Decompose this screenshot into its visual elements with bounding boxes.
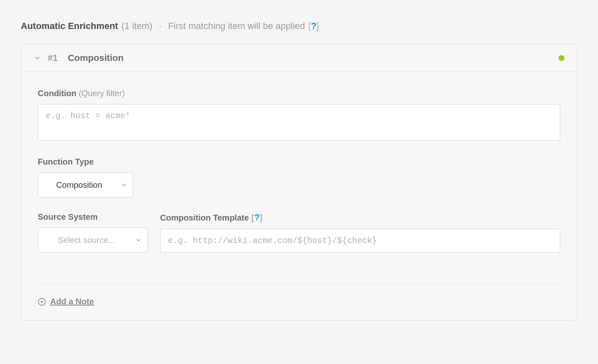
- enrichment-item-panel: #1 Composition Condition (Query filter) …: [21, 44, 577, 320]
- plus-circle-icon: [38, 298, 46, 306]
- source-system-label: Source System: [38, 212, 148, 222]
- help-icon: ?: [254, 212, 260, 223]
- source-system-field-group: Source System Select source...: [38, 212, 148, 252]
- item-index: #1: [48, 53, 58, 63]
- condition-field-group: Condition (Query filter): [38, 89, 560, 142]
- condition-label-text: Condition: [38, 89, 76, 98]
- source-system-select[interactable]: Select source...: [38, 228, 148, 252]
- function-type-label: Function Type: [38, 157, 560, 167]
- function-type-select[interactable]: Composition: [38, 172, 133, 197]
- status-indicator: [559, 55, 564, 61]
- source-and-template-row: Source System Select source... Compositi…: [38, 212, 560, 267]
- source-system-select-wrap: Select source...: [38, 228, 148, 252]
- bracket-close: ]: [316, 21, 319, 31]
- chevron-down-icon: [34, 54, 41, 62]
- bracket-close: ]: [260, 213, 263, 222]
- bracket-open: [: [251, 213, 254, 222]
- help-link-wrapper[interactable]: [?]: [251, 212, 263, 223]
- section-subtitle: First matching item will be applied: [168, 21, 305, 32]
- section-header: Automatic Enrichment (1 item) · First ma…: [21, 21, 577, 32]
- condition-label: Condition (Query filter): [38, 89, 560, 98]
- condition-label-hint: (Query filter): [79, 89, 125, 98]
- item-name: Composition: [68, 53, 559, 63]
- composition-template-label: Composition Template: [160, 213, 249, 223]
- item-header[interactable]: #1 Composition: [21, 44, 577, 72]
- composition-template-field-group: Composition Template [?]: [160, 212, 560, 252]
- item-body: Condition (Query filter) Function Type C…: [21, 72, 577, 320]
- help-link-wrapper[interactable]: [?]: [309, 21, 319, 32]
- item-count: (1 item): [122, 21, 153, 32]
- function-type-field-group: Function Type Composition: [38, 157, 560, 197]
- add-note-label: Add a Note: [50, 297, 94, 306]
- composition-template-label-row: Composition Template [?]: [160, 212, 560, 223]
- condition-input[interactable]: [38, 104, 560, 141]
- divider: [38, 284, 560, 284]
- section-title: Automatic Enrichment: [21, 21, 118, 32]
- help-icon: ?: [311, 21, 316, 31]
- function-type-select-wrap: Composition: [38, 172, 133, 197]
- add-note-button[interactable]: Add a Note: [38, 297, 94, 306]
- composition-template-input[interactable]: [160, 229, 560, 252]
- enrichment-container: Automatic Enrichment (1 item) · First ma…: [21, 21, 577, 320]
- separator-dot: ·: [159, 21, 161, 32]
